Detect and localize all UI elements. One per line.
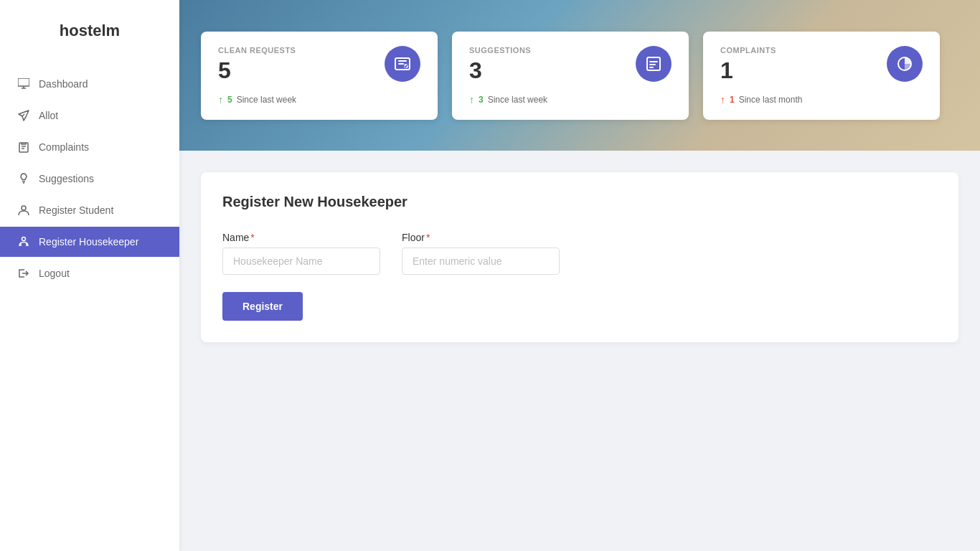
sidebar-item-logout[interactable]: Logout bbox=[0, 258, 179, 288]
main-content: CLEAN REQUESTS 5 ↑ 5 Since last week bbox=[179, 0, 980, 551]
floor-required: * bbox=[426, 232, 430, 243]
stat-card-clean-requests: CLEAN REQUESTS 5 ↑ 5 Since last week bbox=[201, 32, 438, 120]
sidebar-item-label: Allot bbox=[39, 110, 58, 121]
form-row: Name* Floor* bbox=[222, 232, 937, 275]
register-button[interactable]: Register bbox=[222, 292, 303, 321]
floor-label: Floor* bbox=[402, 232, 560, 243]
sidebar-item-suggestions[interactable]: Suggestions bbox=[0, 164, 179, 194]
floor-form-group: Floor* bbox=[402, 232, 560, 275]
sidebar-item-register-student[interactable]: Register Student bbox=[0, 195, 179, 225]
sidebar-item-dashboard[interactable]: Dashboard bbox=[0, 69, 179, 99]
svg-rect-0 bbox=[18, 78, 29, 86]
sidebar: hostelm Dashboard Allot bbox=[0, 0, 179, 551]
register-housekeeper-form-card: Register New Housekeeper Name* Floor* bbox=[201, 172, 958, 342]
suggestions-title: SUGGESTIONS bbox=[469, 46, 531, 55]
sidebar-item-allot[interactable]: Allot bbox=[0, 100, 179, 131]
sidebar-item-label: Register Student bbox=[39, 204, 113, 216]
sidebar-item-label: Register Housekeeper bbox=[39, 236, 138, 248]
suggestions-footer: ↑ 3 Since last week bbox=[469, 94, 672, 105]
sidebar-item-label: Dashboard bbox=[39, 78, 88, 90]
clipboard-icon bbox=[17, 141, 30, 154]
complaints-trend-label: Since last month bbox=[739, 95, 803, 105]
content-area: Register New Housekeeper Name* Floor* bbox=[179, 151, 980, 551]
header-banner: CLEAN REQUESTS 5 ↑ 5 Since last week bbox=[179, 0, 980, 151]
stat-card-suggestions: SUGGESTIONS 3 ↑ 3 Since last week bbox=[452, 32, 689, 120]
complaints-trend-value: 1 bbox=[730, 95, 735, 105]
stat-card-complaints: COMPLAINTS 1 ↑ 1 Since last month bbox=[703, 32, 940, 120]
form-title: Register New Housekeeper bbox=[222, 194, 937, 210]
trend-up-icon: ↑ bbox=[218, 94, 223, 105]
logout-icon bbox=[17, 267, 30, 280]
svg-point-10 bbox=[22, 237, 26, 241]
complaints-value: 1 bbox=[720, 57, 776, 84]
clean-requests-footer: ↑ 5 Since last week bbox=[218, 94, 420, 105]
paper-plane-icon bbox=[17, 109, 30, 122]
person-icon bbox=[17, 204, 30, 217]
clean-requests-title: CLEAN REQUESTS bbox=[218, 46, 296, 55]
lightbulb-icon bbox=[17, 172, 30, 185]
complaints-title: COMPLAINTS bbox=[720, 46, 776, 55]
sidebar-item-complaints[interactable]: Complaints bbox=[0, 132, 179, 162]
clean-requests-icon bbox=[385, 46, 420, 82]
clean-requests-trend-value: 5 bbox=[227, 95, 232, 105]
name-label: Name* bbox=[222, 232, 380, 243]
housekeeper-icon bbox=[17, 235, 30, 248]
name-required: * bbox=[250, 232, 254, 243]
sidebar-item-label: Logout bbox=[39, 268, 70, 279]
suggestions-trend-label: Since last week bbox=[488, 95, 547, 105]
sidebar-nav: Dashboard Allot Complaints bbox=[0, 69, 179, 288]
sidebar-item-label: Suggestions bbox=[39, 173, 94, 184]
floor-input[interactable] bbox=[402, 248, 560, 275]
suggestions-value: 3 bbox=[469, 57, 531, 84]
name-form-group: Name* bbox=[222, 232, 380, 275]
clean-requests-trend-label: Since last week bbox=[237, 95, 296, 105]
suggestions-icon bbox=[636, 46, 672, 82]
svg-line-3 bbox=[22, 114, 24, 116]
clean-requests-value: 5 bbox=[218, 57, 296, 84]
app-logo: hostelm bbox=[0, 14, 179, 47]
suggestions-trend-value: 3 bbox=[479, 95, 484, 105]
trend-down-icon: ↑ bbox=[720, 94, 725, 105]
sidebar-item-label: Complaints bbox=[39, 141, 89, 153]
svg-point-9 bbox=[22, 206, 26, 210]
complaints-icon bbox=[887, 46, 923, 82]
complaints-footer: ↑ 1 Since last month bbox=[720, 94, 923, 105]
monitor-icon bbox=[17, 77, 30, 90]
name-input[interactable] bbox=[222, 248, 380, 275]
sidebar-item-register-housekeeper[interactable]: Register Housekeeper bbox=[0, 227, 179, 257]
trend-up-icon: ↑ bbox=[469, 94, 474, 105]
